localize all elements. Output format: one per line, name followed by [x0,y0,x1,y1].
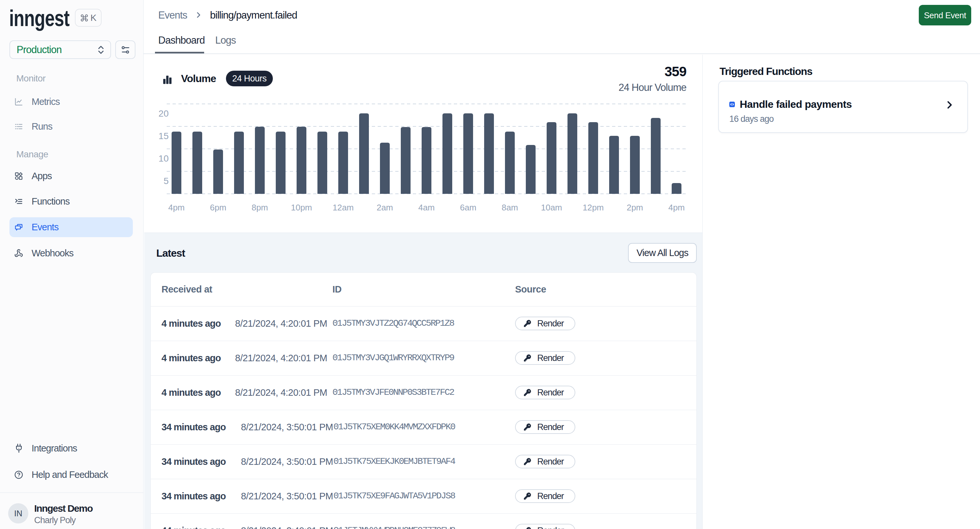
svg-text:4pm: 4pm [168,202,185,212]
svg-text:10pm: 10pm [291,202,312,212]
svg-text:6am: 6am [460,202,477,212]
svg-text:12pm: 12pm [582,202,604,212]
svg-text:4am: 4am [418,202,435,212]
svg-text:8am: 8am [502,202,518,212]
svg-text:6pm: 6pm [210,202,227,212]
svg-text:2pm: 2pm [627,202,643,212]
svg-text:20: 20 [159,108,169,119]
svg-text:8pm: 8pm [252,202,268,212]
svg-text:10am: 10am [541,202,562,212]
svg-text:10: 10 [159,153,169,164]
svg-text:12am: 12am [332,202,353,212]
svg-text:4pm: 4pm [668,202,685,212]
svg-text:5: 5 [164,176,169,186]
svg-text:15: 15 [159,131,169,141]
svg-text:2am: 2am [377,202,393,212]
